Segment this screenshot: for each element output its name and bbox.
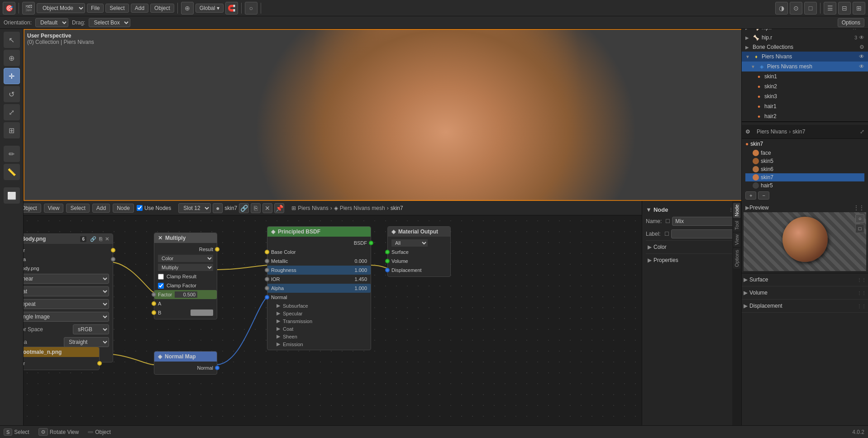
footmale-color-out-socket[interactable] (97, 361, 102, 366)
node-body-png[interactable]: 🖼 Body.png 6 🔗 ⎘ ✕ Color Alpha (9, 233, 113, 362)
volume-in-socket[interactable] (385, 259, 390, 263)
view-tab[interactable]: View (733, 233, 740, 247)
options-tab[interactable]: Options (733, 248, 740, 269)
annotate-tool[interactable]: ✏ (4, 146, 20, 162)
outliner-item-piers-mesh[interactable]: ▼ ◈ Piers Nivans mesh 👁 (742, 62, 868, 71)
hipr-vis-icon[interactable]: 👁 (859, 34, 864, 41)
node-normal-map[interactable]: ◈ Normal Map Normal (154, 351, 217, 375)
body-png-copy-icon[interactable]: ⎘ (99, 236, 102, 242)
pivot-icon[interactable]: ⊕ (181, 2, 194, 14)
global-dropdown[interactable]: Global ▾ (196, 4, 224, 13)
mat-pin-icon[interactable]: 📌 (274, 203, 284, 213)
factor-in-socket[interactable] (152, 292, 156, 297)
outliner-item-hipr[interactable]: ▶ 🦴 hip.r 3 👁 (742, 33, 868, 43)
ruler-tool[interactable]: 📏 (4, 164, 20, 180)
bsdf-specular-row[interactable]: ▶ Specular (267, 309, 371, 317)
displacement-expand[interactable]: ▶ Displacement ⋮⋮ (742, 301, 868, 310)
cursor-tool[interactable]: ⊕ (4, 50, 20, 66)
node-multiply[interactable]: ✕ Multiply Result Color Mult (154, 233, 217, 319)
body-png-alpha-socket[interactable] (111, 257, 115, 262)
a-in-socket[interactable] (152, 301, 156, 306)
alpha-type-select[interactable]: Straight (64, 337, 109, 347)
node-view-menu[interactable]: View (44, 204, 64, 213)
mat-output-all-select[interactable]: All (391, 239, 428, 247)
outliner-item-hair2[interactable]: ● hair2 (742, 111, 868, 121)
b-in-socket[interactable] (152, 310, 156, 315)
move-tool[interactable]: ✛ (4, 68, 20, 84)
object-menu[interactable]: Object (150, 4, 174, 13)
extension-select[interactable]: Repeat (13, 299, 109, 309)
outliner-item-piers-nivans[interactable]: ▼ ♦ Piers Nivans 👁 (742, 52, 868, 62)
roughness-in-socket[interactable] (265, 268, 269, 272)
b-color-swatch[interactable] (191, 309, 213, 316)
node-breadcrumb-part1[interactable]: Piers Nivans (298, 205, 328, 211)
xray-icon[interactable]: □ (804, 2, 817, 14)
preview-expand-icon[interactable]: ▶ (745, 205, 749, 211)
view-menu[interactable]: File (87, 4, 104, 13)
props-piers-nivans[interactable]: Piers Nivans (757, 129, 787, 135)
preview-plane-btn[interactable]: □ (855, 224, 864, 233)
piers-vis-icon[interactable]: 👁 (859, 53, 864, 60)
bone-collections-icon[interactable]: ⚙ (859, 44, 864, 50)
select-tool[interactable]: ↖ (4, 32, 20, 48)
blender-logo-icon[interactable]: 🎯 (3, 2, 15, 14)
displacement-options-icon[interactable]: ⋮⋮ (857, 304, 866, 309)
mat-skin5[interactable]: skin5 (745, 157, 864, 165)
colorspace-select[interactable]: sRGB (73, 324, 109, 334)
outliner-item-skin2[interactable]: ● skin2 (742, 81, 868, 91)
node-material-output[interactable]: ◈ Material Output All Surface (387, 226, 451, 277)
filter-icon[interactable]: ⊞ (853, 2, 865, 14)
interpolation-select[interactable]: Linear (13, 274, 109, 284)
mat-ball-icon[interactable]: ● (213, 203, 223, 213)
node-principled-bsdf[interactable]: ◈ Principled BSDF BSDF Base Color Metall… (267, 226, 371, 350)
projection-select[interactable]: Flat (13, 286, 109, 296)
alpha-in-socket[interactable] (265, 286, 269, 290)
bsdf-subsurface-row[interactable]: ▶ Subsurface (267, 302, 371, 309)
node-breadcrumb-part2[interactable]: Piers Nivans mesh (340, 205, 385, 211)
node-node-menu[interactable]: Node (113, 204, 134, 213)
multiply-color-type-select[interactable]: Color (158, 255, 213, 262)
options-button[interactable]: Options (838, 18, 864, 27)
tool-tab[interactable]: Tool (733, 219, 740, 232)
normalmap-out-socket[interactable] (215, 366, 219, 370)
mat-delete-icon[interactable]: ✕ (262, 203, 272, 213)
props-skin7[interactable]: skin7 (792, 129, 805, 135)
multiply-blend-select[interactable]: Multiply (158, 264, 213, 271)
add-material-btn[interactable]: + (745, 191, 756, 200)
mat-copy-icon[interactable]: ⎘ (251, 203, 261, 213)
bsdf-sheen-row[interactable]: ▶ Sheen (267, 333, 371, 340)
node-canvas[interactable]: 🖼 Body.png 6 🔗 ⎘ ✕ Color Alpha (0, 215, 741, 425)
transform-tool[interactable]: ⊞ (4, 122, 20, 138)
mat-hair5[interactable]: hair5 (745, 181, 864, 190)
bsdf-transmission-row[interactable]: ▶ Transmission (267, 317, 371, 325)
preview-options-icon[interactable]: ⋮⋮ (854, 205, 864, 211)
area-icon[interactable]: ⊟ (838, 2, 851, 14)
outliner-item-bone-collections[interactable]: ▶ Bone Collections ⚙ (742, 43, 868, 52)
rotate-tool[interactable]: ↺ (4, 86, 20, 102)
bsdf-coat-row[interactable]: ▶ Coat (267, 325, 371, 333)
outliner-item-skin1[interactable]: ● skin1 (742, 71, 868, 81)
mode-dropdown[interactable]: Object Mode (37, 3, 85, 13)
mat-skin7[interactable]: skin7 (745, 173, 864, 181)
remove-material-btn[interactable]: − (758, 191, 769, 200)
outliner-item-hair1[interactable]: ● hair1 (742, 101, 868, 111)
outliner-item-skin3[interactable]: ● skin3 (742, 91, 868, 101)
surface-options-icon[interactable]: ⋮⋮ (857, 277, 866, 282)
node-editor[interactable]: ⊞ Object View Select Add Node Use Nodes … (0, 201, 741, 425)
clamp-result-checkbox[interactable] (158, 274, 164, 280)
surface-in-socket[interactable] (385, 250, 390, 254)
preview-sphere-btn[interactable]: ○ (855, 214, 864, 223)
node-tab[interactable]: Node (733, 203, 740, 218)
displacement-in-socket[interactable] (385, 268, 390, 272)
bsdf-emission-row[interactable]: ▶ Emission (267, 340, 371, 348)
snap-icon[interactable]: 🧲 (225, 2, 238, 14)
normal-in-socket[interactable] (265, 295, 269, 300)
slot-dropdown[interactable]: Slot 12 (178, 203, 211, 213)
orientation-dropdown[interactable]: Default (35, 18, 68, 27)
props-expand-icon[interactable]: ⤢ (860, 129, 864, 135)
viewport-shading-icon[interactable]: ◑ (775, 2, 788, 14)
clamp-factor-checkbox[interactable] (158, 283, 164, 289)
node-select-menu[interactable]: Select (66, 204, 89, 213)
mat-link-icon[interactable]: 🔗 (239, 203, 249, 213)
scene-icon[interactable]: 🎬 (22, 2, 35, 14)
